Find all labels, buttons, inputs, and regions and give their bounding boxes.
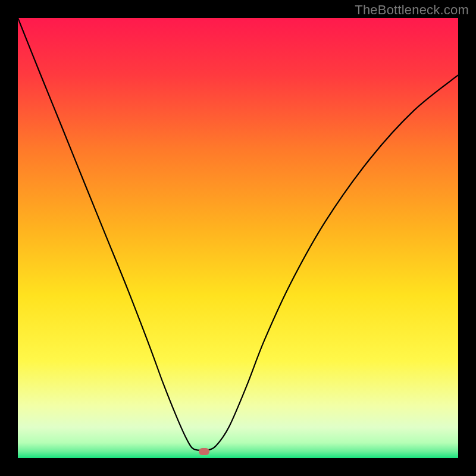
watermark-text: TheBottleneck.com	[355, 2, 469, 18]
curve-svg	[18, 18, 458, 458]
bottleneck-curve-path	[18, 18, 458, 450]
chart-frame: TheBottleneck.com	[0, 0, 476, 476]
plot-area	[18, 18, 458, 458]
minimum-marker	[199, 448, 209, 455]
